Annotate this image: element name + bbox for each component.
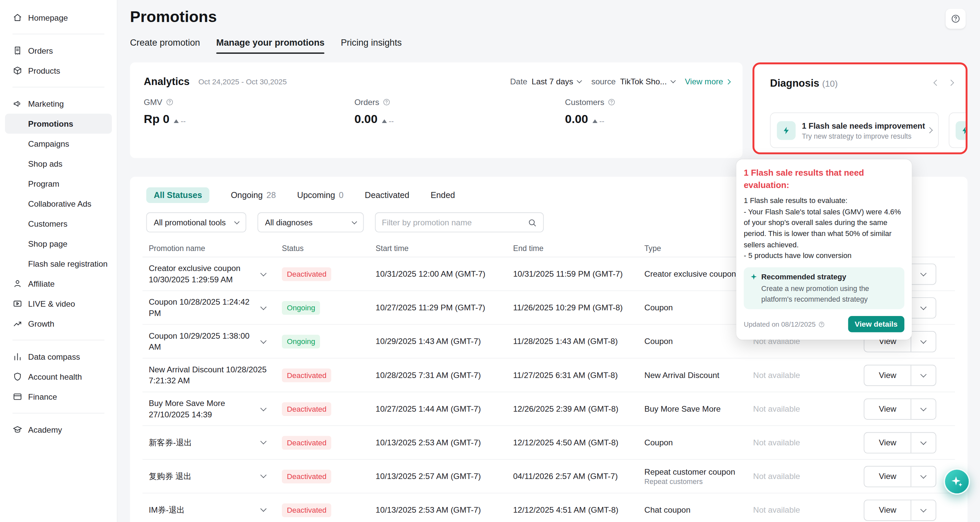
column-header: End time [513,244,644,253]
diagnosis-next-button[interactable] [949,81,953,85]
view-button[interactable]: View [864,433,911,453]
table-row: Buy More Save More 27/10/2025 14:39Deact… [142,392,955,426]
sidebar-item-campaigns[interactable]: Campaigns [5,134,112,154]
view-dropdown-button[interactable] [911,264,935,284]
promotion-search-input[interactable] [382,218,528,227]
status-tab-label: Upcoming [297,190,335,200]
tab-pricing-insights[interactable]: Pricing insights [341,37,402,54]
sidebar-item-program[interactable]: Program [5,174,112,194]
diagnosis-cell: Not available [753,505,864,515]
end-time: 11/28/2025 1:43 AM (GMT-8) [513,337,644,346]
question-circle-icon[interactable] [608,98,616,106]
account-health-icon [12,372,22,382]
status-badge: Ongoing [282,334,320,348]
expand-row-button[interactable] [261,306,266,309]
expand-row-button[interactable] [261,340,266,342]
filter-row: All promotional tools All diagnoses [146,212,544,232]
view-dropdown-button[interactable] [911,500,935,520]
sidebar-item-collaborative-ads[interactable]: Collaborative Ads [5,194,112,214]
sidebar-item-affiliate[interactable]: Affiliate [5,274,112,294]
sidebar-item-data-compass[interactable]: Data compass [5,347,112,367]
diagnosis-card-partial[interactable] [949,112,966,148]
expand-row-button[interactable] [261,273,266,275]
expand-row-button[interactable] [261,408,266,410]
metric-label: Orders [354,97,379,107]
promotion-type: Chat coupon [644,505,746,515]
view-button[interactable]: View [864,466,911,486]
sidebar-item-products[interactable]: Products [5,61,112,81]
source-filter-select[interactable]: TikTok Sho... [620,77,675,86]
view-dropdown-button[interactable] [911,433,935,453]
sidebar-item-flash-sale-registration[interactable]: Flash sale registration [5,254,112,274]
expand-row-button[interactable] [261,475,266,478]
tab-manage-your-promotions[interactable]: Manage your promotions [216,37,325,54]
sidebar-item-promotions[interactable]: Promotions [5,114,112,134]
diagnoses-filter[interactable]: All diagnoses [258,212,364,232]
diagnosis-prev-button[interactable] [934,81,939,85]
sidebar-item-customers[interactable]: Customers [5,214,112,234]
status-tab-ongoing[interactable]: Ongoing28 [231,187,276,203]
sidebar-item-label: Account health [28,372,82,381]
date-filter-select[interactable]: Last 7 days [532,77,581,86]
tab-create-promotion[interactable]: Create promotion [130,37,200,54]
sidebar-item-homepage[interactable]: Homepage [5,7,112,27]
date-filter-value: Last 7 days [532,77,573,86]
main-content: Promotions Create promotionManage your p… [118,0,980,522]
metric-label: Customers [565,97,605,107]
promotion-type: Buy More Save More [644,404,746,413]
view-dropdown-button[interactable] [911,298,935,318]
diagnosis-pagination [934,81,953,85]
ai-assistant-fab[interactable] [943,468,970,495]
sidebar-item-shop-page[interactable]: Shop page [5,234,112,254]
view-button[interactable]: View [864,399,911,419]
view-dropdown-button[interactable] [911,399,935,419]
sidebar-item-growth[interactable]: Growth [5,314,112,334]
chevron-right-icon [927,127,933,133]
question-circle-icon[interactable] [165,98,173,106]
sidebar-item-live-video[interactable]: LIVE & video [5,294,112,314]
delta-up-icon [382,119,387,123]
question-circle-icon[interactable] [382,98,390,106]
chevron-down-icon [352,219,357,224]
diagnosis-card-title: 1 Flash sale needs improvement [802,121,921,130]
expand-row-button[interactable] [261,441,266,444]
sidebar-item-academy[interactable]: Academy [5,420,112,439]
home-icon [12,12,22,22]
view-button[interactable]: View [864,500,911,520]
chevron-down-icon [920,405,927,411]
status-tab-all-statuses[interactable]: All Statuses [146,187,210,203]
sidebar-item-shop-ads[interactable]: Shop ads [5,154,112,174]
expand-row-button[interactable] [261,509,266,511]
diagnosis-card[interactable]: 1 Flash sale needs improvement Try new s… [770,112,939,148]
end-time: 12/12/2025 4:50 AM (GMT-8) [513,438,644,447]
status-badge: Deactivated [282,267,332,281]
sparkles-icon [950,475,964,488]
start-time: 10/13/2025 2:57 AM (GMT-7) [375,472,513,481]
sidebar-item-account-health[interactable]: Account health [5,367,112,387]
view-details-button[interactable]: View details [848,316,905,333]
status-tab-ended[interactable]: Ended [431,187,455,203]
status-tab-label: Ended [431,190,455,200]
metric-gmv: GMVRp 0-- [144,97,354,126]
view-dropdown-button[interactable] [911,365,935,385]
sidebar-item-marketing[interactable]: Marketing [5,94,112,114]
promotion-name: Buy More Save More 27/10/2025 14:39 [149,398,261,420]
view-dropdown-button[interactable] [911,331,935,351]
start-time: 10/31/2025 12:00 AM (GMT-7) [375,269,513,279]
chevron-left-icon [934,80,940,86]
help-button[interactable] [946,9,966,29]
chevron-right-icon [948,80,954,86]
view-more-link[interactable]: View more [685,77,730,86]
analytics-card: Analytics Oct 24,2025 - Oct 30,2025 Date… [130,62,743,158]
view-button[interactable]: View [864,365,911,385]
diagnoses-filter-value: All diagnoses [265,218,313,227]
view-dropdown-button[interactable] [911,466,935,486]
status-tab-upcoming[interactable]: Upcoming0 [297,187,344,203]
chevron-down-icon [261,405,267,411]
promotional-tools-filter[interactable]: All promotional tools [146,212,246,232]
info-icon[interactable] [818,321,825,328]
sidebar-item-orders[interactable]: Orders [5,41,112,61]
chevron-down-icon [920,270,927,276]
status-tab-deactivated[interactable]: Deactivated [365,187,410,203]
sidebar-item-finance[interactable]: Finance [5,387,112,407]
